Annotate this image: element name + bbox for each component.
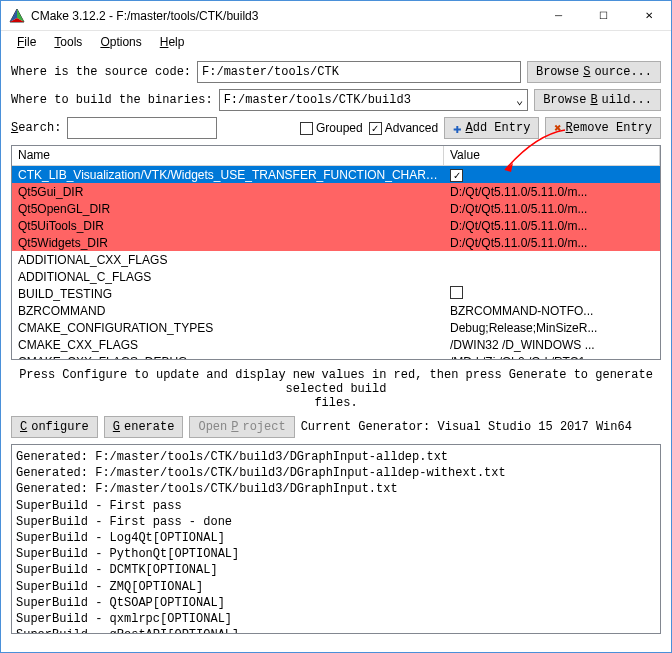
table-row[interactable]: Qt5Gui_DIRD:/Qt/Qt5.11.0/5.11.0/m... (12, 183, 660, 200)
x-icon: ✖ (554, 121, 561, 136)
table-row[interactable]: Qt5UiTools_DIRD:/Qt/Qt5.11.0/5.11.0/m... (12, 217, 660, 234)
column-name[interactable]: Name (12, 146, 444, 165)
table-row[interactable]: CMAKE_CXX_FLAGS_DEBUG/MDd /Zi /Ob0 /Od /… (12, 353, 660, 360)
menubar: File Tools Options Help (1, 31, 671, 53)
table-row[interactable]: ADDITIONAL_C_FLAGS (12, 268, 660, 285)
plus-icon: ✚ (453, 120, 461, 137)
search-label: Search: (11, 121, 61, 135)
table-row[interactable]: Qt5Widgets_DIRD:/Qt/Qt5.11.0/5.11.0/m... (12, 234, 660, 251)
maximize-button[interactable]: ☐ (581, 1, 626, 30)
cell-value[interactable]: Debug;Release;MinSizeR... (444, 321, 660, 335)
cell-name: Qt5OpenGL_DIR (12, 202, 444, 216)
cell-name: ADDITIONAL_CXX_FLAGS (12, 253, 444, 267)
cell-name: Qt5UiTools_DIR (12, 219, 444, 233)
grouped-checkbox[interactable]: Grouped (300, 121, 363, 135)
titlebar: CMake 3.12.2 - F:/master/tools/CTK/build… (1, 1, 671, 31)
build-binaries-label: Where to build the binaries: (11, 93, 213, 107)
cell-value[interactable]: D:/Qt/Qt5.11.0/5.11.0/m... (444, 219, 660, 233)
checkbox-icon[interactable] (450, 286, 463, 299)
hint-text: Press Configure to update and display ne… (11, 364, 661, 416)
advanced-checkbox[interactable]: ✓ Advanced (369, 121, 438, 135)
cell-name: CMAKE_CXX_FLAGS (12, 338, 444, 352)
add-entry-button[interactable]: ✚ Add Entry (444, 117, 539, 139)
table-row[interactable]: CMAKE_CXX_FLAGS/DWIN32 /D_WINDOWS ... (12, 336, 660, 353)
table-row[interactable]: BUILD_TESTING (12, 285, 660, 302)
configure-button[interactable]: Configure (11, 416, 98, 438)
menu-tools[interactable]: Tools (46, 33, 90, 51)
browse-build-button[interactable]: Browse Build... (534, 89, 661, 111)
cell-value[interactable]: ✓ (444, 168, 660, 182)
source-code-input[interactable] (197, 61, 521, 83)
table-row[interactable]: CMAKE_CONFIGURATION_TYPESDebug;Release;M… (12, 319, 660, 336)
build-binaries-value: F:/master/tools/CTK/build3 (224, 93, 411, 107)
cell-name: Qt5Gui_DIR (12, 185, 444, 199)
generate-button[interactable]: Generate (104, 416, 184, 438)
cache-table: Name Value CTK_LIB_Visualization/VTK/Wid… (11, 145, 661, 360)
cell-name: CMAKE_CONFIGURATION_TYPES (12, 321, 444, 335)
source-code-label: Where is the source code: (11, 65, 191, 79)
close-button[interactable]: ✕ (626, 1, 671, 30)
cell-name: Qt5Widgets_DIR (12, 236, 444, 250)
build-binaries-combo[interactable]: F:/master/tools/CTK/build3 ⌄ (219, 89, 529, 111)
checkbox-icon: ✓ (369, 122, 382, 135)
column-value[interactable]: Value (444, 146, 660, 165)
table-body[interactable]: CTK_LIB_Visualization/VTK/Widgets_USE_TR… (12, 166, 660, 360)
current-generator-label: Current Generator: Visual Studio 15 2017… (301, 420, 632, 434)
cmake-icon (9, 8, 25, 24)
search-input[interactable] (67, 117, 217, 139)
table-row[interactable]: ADDITIONAL_CXX_FLAGS (12, 251, 660, 268)
menu-help[interactable]: Help (152, 33, 193, 51)
cell-name: BZRCOMMAND (12, 304, 444, 318)
window-title: CMake 3.12.2 - F:/master/tools/CTK/build… (31, 9, 536, 23)
output-log[interactable]: Generated: F:/master/tools/CTK/build3/DG… (11, 444, 661, 634)
cell-name: CTK_LIB_Visualization/VTK/Widgets_USE_TR… (12, 168, 444, 182)
cell-value[interactable]: D:/Qt/Qt5.11.0/5.11.0/m... (444, 202, 660, 216)
browse-source-button[interactable]: Browse Source... (527, 61, 661, 83)
cell-value[interactable]: BZRCOMMAND-NOTFO... (444, 304, 660, 318)
table-row[interactable]: BZRCOMMANDBZRCOMMAND-NOTFO... (12, 302, 660, 319)
minimize-button[interactable]: ─ (536, 1, 581, 30)
cell-value[interactable]: /MDd /Zi /Ob0 /Od /RTC1 (444, 355, 660, 361)
open-project-button: Open Project (189, 416, 294, 438)
menu-options[interactable]: Options (92, 33, 149, 51)
cell-name: CMAKE_CXX_FLAGS_DEBUG (12, 355, 444, 361)
cell-name: ADDITIONAL_C_FLAGS (12, 270, 444, 284)
cell-value[interactable]: D:/Qt/Qt5.11.0/5.11.0/m... (444, 185, 660, 199)
cell-value[interactable]: /DWIN32 /D_WINDOWS ... (444, 338, 660, 352)
remove-entry-button[interactable]: ✖ Remove Entry (545, 117, 661, 139)
checkbox-icon (300, 122, 313, 135)
table-row[interactable]: CTK_LIB_Visualization/VTK/Widgets_USE_TR… (12, 166, 660, 183)
cell-name: BUILD_TESTING (12, 287, 444, 301)
table-row[interactable]: Qt5OpenGL_DIRD:/Qt/Qt5.11.0/5.11.0/m... (12, 200, 660, 217)
checkbox-icon[interactable]: ✓ (450, 169, 463, 182)
cell-value[interactable] (444, 286, 660, 302)
menu-file[interactable]: File (9, 33, 44, 51)
cell-value[interactable]: D:/Qt/Qt5.11.0/5.11.0/m... (444, 236, 660, 250)
chevron-down-icon: ⌄ (516, 93, 523, 108)
